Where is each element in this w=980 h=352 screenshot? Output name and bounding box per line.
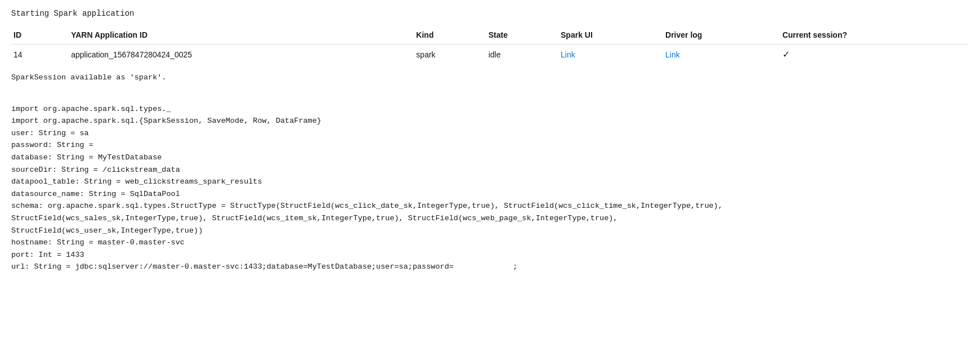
cell-id: 14: [11, 44, 69, 65]
cell-current-session: ✓: [780, 44, 969, 65]
starting-line: Starting Spark application: [11, 9, 969, 18]
cell-state: idle: [486, 44, 558, 65]
session-table: ID YARN Application ID Kind State Spark …: [11, 26, 969, 64]
col-header-spark-ui: Spark UI: [558, 26, 663, 44]
table-row: 14 application_1567847280424_0025 spark …: [11, 44, 969, 65]
spark-ui-link[interactable]: Link: [561, 50, 575, 59]
checkmark-icon: ✓: [782, 50, 790, 59]
col-header-yarn-app-id: YARN Application ID: [69, 26, 414, 44]
spark-session-available: SparkSession available as 'spark'.: [11, 73, 969, 82]
cell-yarn-app-id: application_1567847280424_0025: [69, 44, 414, 65]
col-header-driver-log: Driver log: [663, 26, 780, 44]
driver-log-link[interactable]: Link: [665, 50, 680, 59]
table-header-row: ID YARN Application ID Kind State Spark …: [11, 26, 969, 44]
col-header-kind: Kind: [414, 26, 486, 44]
cell-driver-log[interactable]: Link: [663, 44, 780, 65]
output-area: Starting Spark application ID YARN Appli…: [11, 9, 969, 273]
cell-kind: spark: [414, 44, 486, 65]
cell-spark-ui[interactable]: Link: [558, 44, 663, 65]
col-header-current-session: Current session?: [780, 26, 969, 44]
col-header-state: State: [486, 26, 558, 44]
col-header-id: ID: [11, 26, 69, 44]
code-output: import org.apache.spark.sql.types._ impo…: [11, 91, 969, 273]
